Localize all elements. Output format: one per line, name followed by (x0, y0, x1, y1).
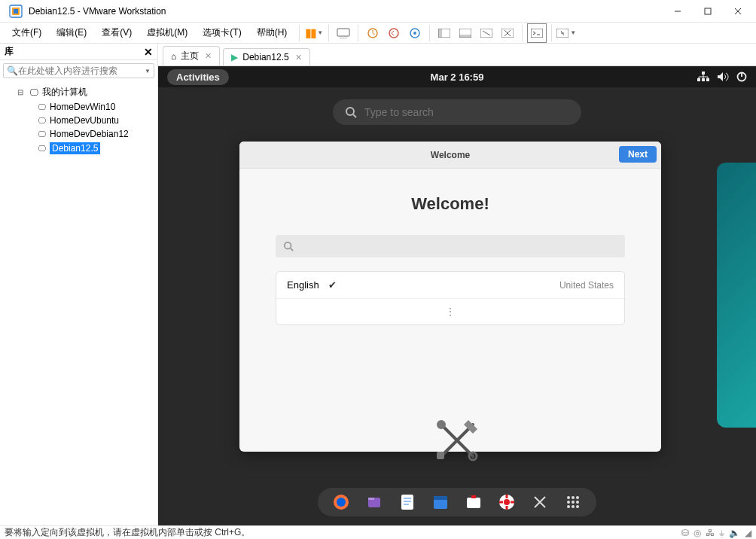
svg-rect-49 (434, 496, 447, 500)
guest-display[interactable]: Activities Mar 2 16:59 (158, 66, 756, 525)
library-search-input[interactable] (18, 65, 143, 76)
svg-point-63 (567, 501, 570, 504)
dock-help-icon[interactable] (498, 494, 515, 510)
svg-rect-2 (14, 9, 18, 14)
svg-rect-28 (706, 78, 709, 81)
tree-item-win10[interactable]: HomeDevWin10 (0, 100, 157, 114)
dropdown-icon: ▼ (317, 29, 323, 36)
tab-home[interactable]: ⌂ 主页 ✕ (163, 46, 220, 65)
svg-point-68 (576, 505, 579, 508)
pause-icon: ▮▮ (305, 26, 316, 40)
menu-file[interactable]: 文件(F) (5, 23, 49, 42)
menu-view[interactable]: 查看(V) (94, 23, 139, 42)
dock-software-icon[interactable] (465, 494, 482, 510)
menu-help[interactable]: 帮助(H) (249, 23, 295, 42)
send-ctrl-alt-del-button[interactable] (334, 23, 353, 43)
power-icon[interactable] (736, 72, 747, 82)
vm-icon (36, 102, 47, 112)
disk-icon[interactable]: ⛁ (681, 528, 689, 538)
home-icon: ⌂ (171, 51, 176, 62)
language-label: English (287, 279, 319, 291)
snapshot-button[interactable] (363, 23, 383, 43)
language-more-button[interactable]: ⋮ (276, 299, 624, 324)
svg-point-33 (285, 242, 291, 249)
volume-icon[interactable] (717, 72, 729, 82)
expand-icon[interactable] (15, 87, 26, 98)
svg-rect-16 (459, 35, 471, 38)
maximize-button[interactable] (693, 1, 723, 22)
library-header: 库 ✕ (0, 44, 157, 60)
network-adapter-icon[interactable]: 🖧 (706, 528, 715, 538)
search-icon (283, 241, 294, 251)
minimize-button[interactable] (663, 1, 693, 22)
svg-rect-50 (467, 498, 480, 508)
svg-point-62 (576, 496, 579, 499)
close-button[interactable] (723, 1, 753, 22)
sound-icon[interactable]: 🔈 (729, 528, 740, 538)
svg-rect-7 (337, 29, 349, 36)
svg-point-61 (572, 496, 575, 499)
next-button[interactable]: Next (619, 146, 657, 163)
language-search[interactable] (276, 235, 625, 257)
gnome-overview-search[interactable] (333, 99, 581, 125)
tab-close-button[interactable]: ✕ (205, 51, 212, 61)
svg-point-66 (567, 505, 570, 508)
svg-rect-26 (697, 78, 700, 81)
library-close-button[interactable]: ✕ (144, 46, 153, 58)
tree-root[interactable]: 我的计算机 (0, 84, 157, 100)
resize-grip-icon[interactable]: ◢ (745, 528, 751, 538)
statusbar: 要将输入定向到该虚拟机，请在虚拟机内部单击或按 Ctrl+G。 ⛁ ◎ 🖧 ⏚ … (0, 525, 756, 539)
welcome-header-title: Welcome (431, 150, 470, 160)
menu-edit[interactable]: 编辑(E) (49, 23, 94, 42)
dropdown-icon: ▼ (570, 29, 576, 36)
tab-vm[interactable]: ▶ Debian12.5 ✕ (223, 48, 309, 65)
wallpaper-preview[interactable] (717, 163, 756, 428)
dock-settings-icon[interactable] (532, 494, 548, 510)
tree-item-ubuntu[interactable]: HomeDevUbuntu (0, 114, 157, 127)
activities-button[interactable]: Activities (167, 69, 229, 85)
dock-files-icon[interactable] (366, 494, 383, 510)
svg-point-64 (572, 501, 575, 504)
svg-rect-22 (531, 29, 543, 38)
revert-button[interactable] (384, 23, 404, 43)
dock-show-apps-icon[interactable] (565, 494, 581, 510)
svg-point-60 (567, 496, 570, 499)
tab-close-button[interactable]: ✕ (295, 53, 302, 62)
tree-item-debian125[interactable]: Debian12.5 (0, 141, 157, 156)
svg-rect-25 (702, 72, 705, 75)
svg-rect-39 (437, 452, 444, 459)
svg-rect-51 (471, 495, 476, 498)
svg-rect-43 (368, 498, 374, 500)
language-row-english[interactable]: English ✔ United States (276, 272, 624, 299)
snapshot-manager-button[interactable] (405, 23, 425, 43)
fullscreen-button[interactable]: ▼ (556, 23, 576, 43)
svg-line-18 (483, 31, 490, 35)
dropdown-icon[interactable]: ▼ (145, 68, 151, 75)
usb-icon[interactable]: ⏚ (719, 528, 724, 538)
menu-tabs[interactable]: 选项卡(T) (195, 23, 248, 42)
welcome-window: Welcome Next Welcome! English ✔ U (239, 142, 661, 452)
vm-icon (36, 129, 47, 139)
network-icon[interactable] (697, 72, 709, 82)
menu-vm[interactable]: 虚拟机(M) (139, 23, 195, 42)
window-title: Debian12.5 - VMware Workstation (29, 6, 663, 17)
tree-item-debian12[interactable]: HomeDevDebian12 (0, 127, 157, 141)
library-search[interactable]: 🔍 ▼ (3, 63, 154, 78)
vm-running-icon (36, 143, 47, 154)
layout-sidebar-button[interactable] (434, 23, 454, 43)
tab-strip: ⌂ 主页 ✕ ▶ Debian12.5 ✕ (158, 44, 756, 66)
settings-tools-icon[interactable] (431, 414, 483, 467)
clock[interactable]: Mar 2 16:59 (431, 72, 484, 83)
gnome-search-input[interactable] (364, 106, 569, 118)
layout-unity-button[interactable] (498, 23, 517, 43)
console-view-button[interactable] (527, 23, 547, 43)
dock-text-editor-icon[interactable] (399, 494, 416, 510)
cd-icon[interactable]: ◎ (694, 528, 701, 538)
dock-firefox-icon[interactable] (333, 494, 349, 510)
gnome-status-area[interactable] (697, 72, 747, 82)
svg-rect-14 (438, 29, 442, 38)
pause-button[interactable]: ▮▮▼ (304, 23, 324, 43)
dock-calendar-icon[interactable] (432, 494, 449, 510)
layout-quick-button[interactable] (477, 23, 496, 43)
layout-bottom-button[interactable] (456, 23, 475, 43)
